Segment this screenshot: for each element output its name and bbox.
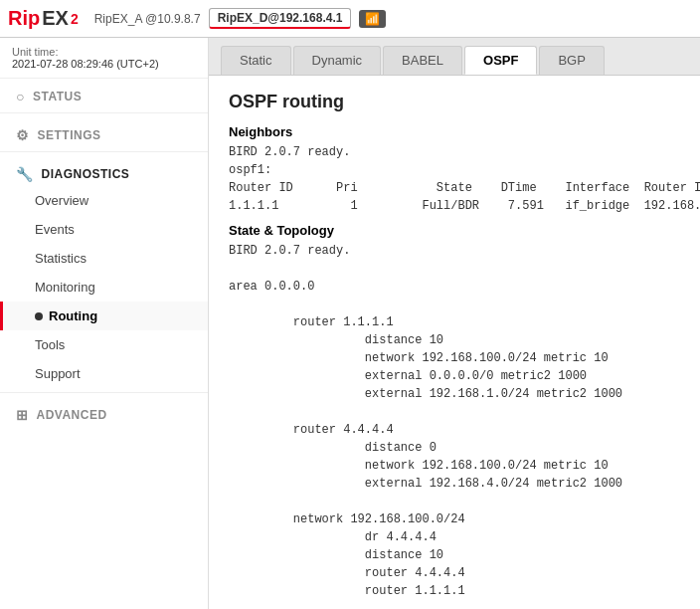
tab-babel[interactable]: BABEL: [383, 46, 462, 75]
content-area: Static Dynamic BABEL OSPF BGP OSPF routi…: [209, 38, 700, 609]
tab-ospf[interactable]: OSPF: [464, 46, 537, 75]
logo-2: 2: [71, 11, 79, 27]
sidebar-item-overview[interactable]: Overview: [0, 186, 208, 215]
status-label: STATUS: [33, 90, 82, 103]
sidebar-item-tools[interactable]: Tools: [0, 330, 208, 359]
content-body: OSPF routing Neighbors BIRD 2.0.7 ready.…: [209, 76, 700, 609]
advanced-icon: ⊞: [16, 407, 29, 423]
sidebar-item-support[interactable]: Support: [0, 359, 208, 388]
signal-icon-button[interactable]: 📶: [359, 10, 386, 28]
overview-label: Overview: [35, 193, 88, 208]
neighbors-section: Neighbors BIRD 2.0.7 ready. ospf1: Route…: [229, 124, 680, 215]
page-title: OSPF routing: [229, 92, 680, 112]
sidebar-item-routing[interactable]: Routing: [0, 302, 208, 330]
topbar: RipEX 2 RipEX_A @10.9.8.7 RipEX_D@192.16…: [0, 0, 700, 38]
state-topology-header: State & Topology: [229, 223, 680, 238]
diagnostics-icon: 🔧: [16, 166, 34, 182]
sidebar-item-statistics[interactable]: Statistics: [0, 244, 208, 273]
routing-label: Routing: [49, 308, 97, 323]
sidebar-item-events[interactable]: Events: [0, 215, 208, 244]
unit-time-panel: Unit time: 2021-07-28 08:29:46 (UTC+2): [0, 38, 208, 79]
unit-time-label: Unit time:: [12, 46, 58, 58]
diagnostics-label: DIAGNOSTICS: [42, 167, 130, 181]
tab-static[interactable]: Static: [221, 46, 291, 75]
divider-1: [0, 112, 208, 113]
device-a-label: RipEX_A @10.9.8.7: [94, 12, 201, 26]
sidebar: Unit time: 2021-07-28 08:29:46 (UTC+2) ○…: [0, 38, 209, 609]
status-icon: ○: [16, 89, 25, 104]
sidebar-item-monitoring[interactable]: Monitoring: [0, 273, 208, 302]
logo-rip: Rip: [8, 7, 40, 30]
device-d-button[interactable]: RipEX_D@192.168.4.1: [209, 8, 352, 29]
sidebar-section-diagnostics: 🔧 DIAGNOSTICS: [0, 156, 208, 186]
statistics-label: Statistics: [35, 251, 87, 266]
tab-dynamic[interactable]: Dynamic: [293, 46, 382, 75]
unit-time-value: 2021-07-28 08:29:46 (UTC+2): [12, 58, 159, 70]
events-label: Events: [35, 222, 75, 237]
settings-icon: ⚙: [16, 127, 30, 143]
tools-label: Tools: [35, 337, 65, 352]
neighbors-header: Neighbors: [229, 124, 680, 139]
sidebar-section-advanced: ⊞ ADVANCED: [0, 397, 208, 427]
state-topology-section: State & Topology BIRD 2.0.7 ready. area …: [229, 223, 680, 600]
monitoring-label: Monitoring: [35, 280, 95, 295]
routing-tabs: Static Dynamic BABEL OSPF BGP: [209, 38, 700, 76]
divider-2: [0, 151, 208, 152]
sidebar-section-settings: ⚙ SETTINGS: [0, 117, 208, 147]
logo-ex: EX: [42, 7, 69, 30]
advanced-label: ADVANCED: [37, 408, 107, 422]
main-layout: Unit time: 2021-07-28 08:29:46 (UTC+2) ○…: [0, 38, 700, 609]
settings-label: SETTINGS: [38, 128, 101, 142]
tab-bgp[interactable]: BGP: [539, 46, 604, 75]
logo: RipEX 2: [8, 7, 79, 30]
state-topology-content: BIRD 2.0.7 ready. area 0.0.0.0 router 1.…: [229, 242, 680, 600]
support-label: Support: [35, 366, 81, 381]
active-bullet: [35, 312, 43, 320]
sidebar-section-status: ○ STATUS: [0, 79, 208, 108]
divider-3: [0, 392, 208, 393]
neighbors-content: BIRD 2.0.7 ready. ospf1: Router ID Pri S…: [229, 143, 680, 215]
